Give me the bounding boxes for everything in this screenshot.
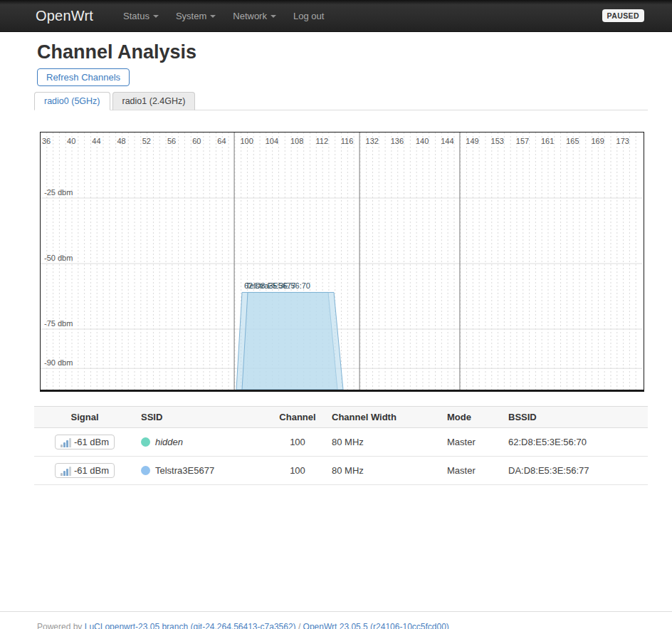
table-row: -61 dBmhidden10080 MHzMaster62:D8:E5:3E:… (34, 428, 648, 457)
nav-item-network[interactable]: Network (224, 6, 285, 26)
table-header-row: SignalSSIDChannelChannel WidthModeBSSID (34, 407, 648, 428)
nav-menu: StatusSystemNetworkLog out (115, 6, 332, 26)
channel-tick-label: 52 (142, 137, 151, 145)
channel-tick-label: 48 (117, 137, 126, 145)
channel-tick-label: 40 (67, 137, 75, 145)
page-title: Channel Analysis (37, 41, 648, 63)
tab-radio0[interactable]: radio0 (5GHz) (34, 92, 110, 110)
main-content: Channel Analysis Refresh Channels radio0… (0, 41, 672, 485)
channel-tick-label: 149 (466, 137, 478, 145)
nav-item-system[interactable]: System (167, 6, 224, 26)
signal-strength-badge: -61 dBm (55, 435, 115, 449)
footer-powered-by: Powered by (37, 622, 85, 629)
mode-cell: Master (441, 457, 503, 485)
channel-tick-label: 100 (240, 137, 253, 145)
nav-item-label: Network (233, 11, 267, 21)
channel-tick-label: 136 (391, 137, 404, 145)
radio-tabs: radio0 (5GHz)radio1 (2.4GHz) (34, 91, 648, 110)
nav-item-status[interactable]: Status (115, 6, 167, 26)
nav-item-label: System (176, 11, 206, 21)
paused-status-badge[interactable]: PAUSED (602, 9, 644, 22)
ssid-cell: hidden (135, 428, 269, 457)
bssid-cell: 62:D8:E5:3E:56:70 (503, 428, 648, 457)
signal-bars-icon (61, 437, 71, 447)
network-color-dot-icon (141, 466, 150, 475)
ssid-name: hidden (155, 437, 183, 447)
channel-cell: 100 (269, 428, 326, 457)
refresh-channels-button[interactable]: Refresh Channels (37, 68, 130, 86)
channel-tick-label: 56 (167, 137, 176, 145)
channel-tick-label: 144 (441, 137, 453, 145)
table-row: -61 dBmTelstra3E567710080 MHzMasterDA:D8… (34, 457, 648, 485)
ssid-cell: Telstra3E5677 (135, 457, 269, 485)
signal-strength-badge: -61 dBm (55, 463, 115, 478)
channel-tick-label: 140 (416, 137, 429, 145)
signal-value: -61 dBm (74, 437, 109, 447)
channel-tick-label: 60 (192, 137, 201, 145)
bssid-cell: DA:D8:E5:3E:56:77 (503, 457, 648, 485)
column-header-ssid: SSID (135, 407, 269, 428)
column-header-mode: Mode (441, 407, 503, 428)
page-footer: Powered by LuCI openwrt-23.05 branch (gi… (0, 611, 672, 629)
ssid-name: Telstra3E5677 (155, 465, 214, 476)
brand-logo[interactable]: OpenWrt (36, 8, 93, 24)
signal-cell: -61 dBm (34, 428, 135, 457)
channel-tick-label: 157 (516, 137, 529, 145)
channel-tick-label: 36 (42, 137, 51, 145)
channel-tick-label: 132 (366, 137, 379, 145)
luci-version-link[interactable]: LuCI openwrt-23.05 branch (git-24.264.56… (85, 622, 296, 629)
column-header-channel: Channel (269, 407, 326, 428)
nav-item-log-out[interactable]: Log out (285, 6, 332, 26)
chart-canvas: -25 dbm-50 dbm-75 dbm-90 dbm364044485256… (41, 132, 642, 390)
signal-label-Telstra3E5677: Telstra3E5677 (246, 281, 295, 290)
tab-radio1[interactable]: radio1 (2.4GHz) (112, 92, 196, 110)
chevron-down-icon (271, 15, 276, 18)
chevron-down-icon (210, 15, 216, 18)
signal-cell: -61 dBm (34, 457, 135, 485)
channel-width-cell: 80 MHz (326, 457, 441, 485)
dbm-tick-label: -25 dbm (44, 188, 73, 197)
dbm-tick-label: -50 dbm (44, 254, 73, 262)
dbm-tick-label: -90 dbm (44, 358, 73, 367)
mode-cell: Master (441, 428, 503, 457)
channel-tick-label: 153 (491, 137, 504, 145)
column-header-bssid: BSSID (503, 407, 648, 428)
scan-results-table: SignalSSIDChannelChannel WidthModeBSSID … (34, 406, 648, 485)
signal-area-Telstra3E5677 (242, 292, 343, 390)
channel-tick-label: 112 (316, 137, 329, 145)
openwrt-version-link[interactable]: OpenWrt 23.05.5 (r24106-10cc5fcd00) (303, 622, 449, 629)
channel-tick-label: 173 (616, 137, 629, 145)
column-header-signal: Signal (34, 407, 135, 428)
nav-item-label: Status (123, 11, 149, 21)
channel-width-cell: 80 MHz (326, 428, 441, 457)
channel-cell: 100 (269, 457, 326, 485)
dbm-tick-label: -75 dbm (44, 319, 73, 328)
footer-separator: / (296, 622, 303, 629)
channel-tick-label: 104 (266, 137, 278, 145)
network-color-dot-icon (141, 437, 150, 447)
channel-analysis-chart: -25 dbm-50 dbm-75 dbm-90 dbm364044485256… (40, 132, 644, 392)
channel-tick-label: 64 (217, 137, 226, 145)
signal-bars-icon (61, 466, 71, 476)
channel-tick-label: 161 (541, 137, 554, 145)
channel-tick-label: 108 (290, 137, 303, 145)
channel-tick-label: 44 (92, 137, 100, 145)
nav-item-label: Log out (293, 11, 324, 21)
channel-tick-label: 116 (341, 137, 354, 145)
channel-tick-label: 165 (566, 137, 579, 145)
column-header-channel-width: Channel Width (326, 407, 441, 428)
chevron-down-icon (153, 15, 159, 18)
top-navbar: OpenWrt StatusSystemNetworkLog out PAUSE… (0, 0, 672, 32)
channel-tick-label: 169 (591, 137, 604, 145)
signal-value: -61 dBm (74, 465, 109, 476)
